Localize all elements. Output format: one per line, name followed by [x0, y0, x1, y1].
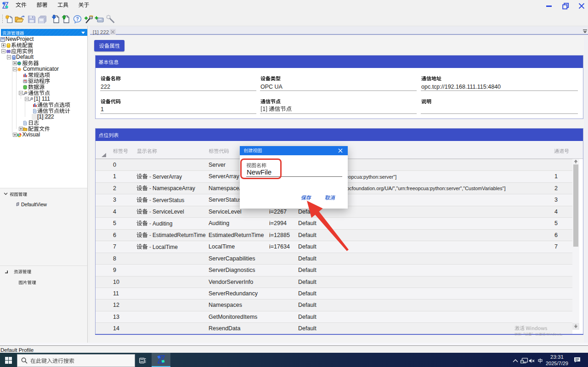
svg-text:?: ?: [76, 17, 79, 22]
